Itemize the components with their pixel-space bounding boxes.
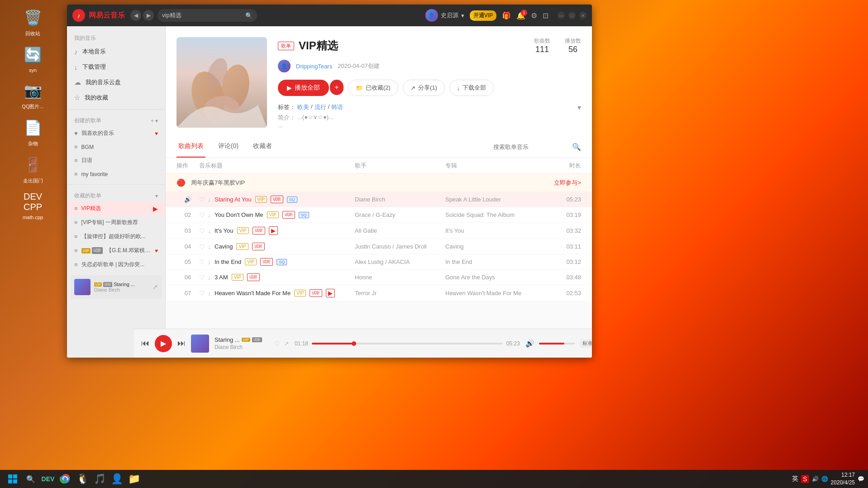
sidebar-item-local-music[interactable]: ♪ 本地音乐 [67,44,165,59]
settings-icon[interactable]: ⚙ [531,11,537,20]
maximize-button[interactable]: □ [568,12,576,19]
taskbar-app-explorer[interactable]: 📁 [126,471,142,487]
download-song-icon-6[interactable]: ↓ [208,274,211,281]
download-button[interactable]: ↓ 下载全部 [449,80,494,96]
tag-popular[interactable]: 流行 [315,103,326,111]
sidebar-item-japanese[interactable]: ≡ 日语 [67,153,165,167]
desktop-icon-recycle[interactable]: 🗑️ 回收站 [2,5,63,39]
start-button[interactable] [4,472,22,486]
desktop-icon-misc[interactable]: 📄 杂物 [2,115,63,149]
sidebar-item-breakup[interactable]: ≡ 失恋必听歌单 | 因为你突... [67,258,165,272]
like-icon-6[interactable]: ♡ [199,274,205,281]
progress-bar[interactable] [312,343,503,344]
playlist-title: VIP精选 [299,38,338,53]
play-all-button[interactable]: ▶ 播放全部 [278,80,329,96]
tag-pop[interactable]: 欧美 [297,103,309,111]
like-icon-4[interactable]: ♡ [199,243,205,250]
sidebar-item-downloads[interactable]: ↓ 下载管理 [67,59,165,75]
desktop-icon-sync[interactable]: 🔄 syn [2,42,63,75]
nav-back-button[interactable]: ◀ [130,10,141,21]
volume-icon[interactable]: 🔊 [525,339,534,348]
creator-name[interactable]: DrippingTears [296,63,332,70]
like-icon-7[interactable]: ♡ [199,290,205,297]
share-button[interactable]: ↗ 分享(1) [403,80,445,96]
miniplayer-icon[interactable]: ⊡ [543,11,548,20]
header-stats: 歌曲数 111 播放数 56 [534,37,581,54]
tab-search-icon[interactable]: 🔍 [572,143,581,151]
like-icon-2[interactable]: ♡ [199,211,205,219]
download-song-icon-1[interactable]: ↓ [208,196,211,203]
desktop-icon-qq[interactable]: 📷 QQ图片... [2,77,63,112]
tab-comments[interactable]: 评论(0) [216,136,240,158]
vip-button[interactable]: 开通VIP [470,10,496,21]
playlist-icon-fav: ≡ [74,171,78,177]
minimize-button[interactable]: — [558,12,565,19]
taskbar-speaker-icon[interactable]: 🔊 [812,476,819,482]
sidebar-item-bgm[interactable]: ≡ BGM [67,140,165,153]
desktop-icon-dev[interactable]: DEVCPP math.cpp [2,189,63,222]
sidebar-item-my-favorite[interactable]: ♥ 我喜欢的音乐 ♥ [67,126,165,140]
gift-icon[interactable]: 🎁 [502,11,511,20]
taskbar-app-music[interactable]: 🎵 [91,471,108,487]
tab-song-list[interactable]: 歌曲列表 [176,136,205,158]
sidebar-item-collection[interactable]: ☆ 我的收藏 [67,90,165,105]
playlist-icon-japanese: ≡ [74,157,78,164]
taskbar-notification-icon[interactable]: 💬 [858,476,864,482]
sidebar-song-title: Staring ... [114,282,135,287]
vip-banner-link[interactable]: 立即参与> [554,179,581,187]
song-actions-5: ♡ ↓ [199,258,211,266]
sidebar-item-my-favorite-playlist[interactable]: ≡ my favorite [67,167,165,181]
taskbar-lang-icon[interactable]: 英 [792,475,798,483]
sidebar-share-icon[interactable]: ↗ [153,283,158,291]
np-share-icon[interactable]: ↗ [284,340,289,347]
search-bar[interactable]: vip精选 🔍 [157,9,257,22]
user-dropdown-icon[interactable]: ▾ [461,12,464,19]
download-song-icon-4[interactable]: ↓ [208,243,211,250]
song-search-input[interactable] [493,144,569,150]
prev-track-button[interactable]: ⏮ [141,339,149,348]
taskbar-app-avatar[interactable]: 👤 [109,471,125,487]
download-song-icon-5[interactable]: ↓ [208,258,211,266]
download-song-icon-3[interactable]: ↓ [208,227,211,234]
like-icon-5[interactable]: ♡ [199,258,205,266]
expand-description-icon[interactable]: ▾ [577,103,581,112]
taskbar-network-icon[interactable]: 🌐 [821,476,828,482]
collect-button[interactable]: 📁 已收藏(2) [348,80,398,96]
tab-collectors[interactable]: 收藏者 [251,136,274,158]
taskbar-app-qq[interactable]: 🐧 [74,471,91,487]
taskbar-s-icon[interactable]: S [801,475,809,483]
np-like-icon[interactable]: ♡ [274,340,280,347]
download-song-icon-2[interactable]: ↓ [208,211,211,219]
add-to-playlist-button[interactable]: + [330,80,343,95]
vip-promotion-banner[interactable]: 🔴 周年庆赢7年黑胶VIP 立即参与> [166,174,592,192]
vip-banner-text: 周年庆赢7年黑胶VIP [191,179,548,187]
sidebar-divider-1 [67,109,165,110]
next-track-button[interactable]: ⏭ [177,339,186,348]
desktop-icon-exit[interactable]: 🚪 走出国门 [2,152,63,187]
quality-badge[interactable]: 标准 [580,339,592,348]
add-playlist-icon[interactable]: + ▾ [151,118,158,124]
sidebar-item-weekly-new[interactable]: ≡ [VIP专辑] 一周新歌推荐 [67,215,165,230]
play-pause-button[interactable]: ▶ [155,335,172,352]
collected-dropdown-icon[interactable]: ▾ [155,193,158,199]
sidebar-item-vip-selection[interactable]: ≡ VIP精选 ▶ [67,201,165,215]
volume-bar[interactable] [539,343,575,344]
sidebar-item-melody[interactable]: ≡ 【旋律控】超级好听的欧... [67,230,165,244]
like-icon-3[interactable]: ♡ [199,227,205,234]
tag-korean[interactable]: 韩语 [331,103,343,111]
taskbar-app-chrome[interactable] [57,471,73,487]
sidebar: 我的音乐 ♪ 本地音乐 ↓ 下载管理 ☁ 我的音乐云盘 ☆ 我的收藏 创建的歌单 [67,26,166,358]
stat-play-count: 播放数 56 [565,37,581,54]
sidebar-item-gem[interactable]: ≡ VIP 试听 【G.E.M.邓紫棋】○... ♥ [67,244,165,258]
notification-icon[interactable]: 🔔 1 [516,11,525,20]
sidebar-now-playing[interactable]: VIP 试听 Staring ... Diane Birch ↗ [71,275,162,299]
sidebar-item-cloud[interactable]: ☁ 我的音乐云盘 [67,75,165,90]
taskbar-app-dev[interactable]: DEV [40,471,56,487]
np-artist: Diane Birch [215,344,269,350]
like-icon-1[interactable]: ♡ [199,196,205,203]
taskbar-search-button[interactable]: 🔍 [24,472,38,486]
download-song-icon-7[interactable]: ↓ [208,290,211,297]
nav-forward-button[interactable]: ▶ [143,10,154,21]
stat-song-count: 歌曲数 111 [534,37,550,54]
close-button[interactable]: ✕ [579,12,587,19]
